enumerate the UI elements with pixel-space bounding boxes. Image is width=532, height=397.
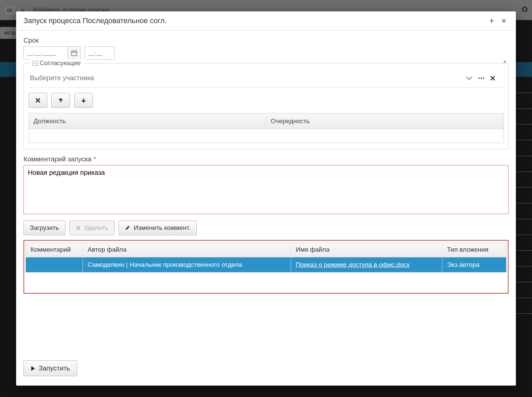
- x-icon: [76, 226, 81, 230]
- approvers-fieldset: − Согласующие *: [23, 63, 509, 149]
- approvers-grid: Должность Очередность: [29, 113, 503, 143]
- date-input[interactable]: [24, 47, 67, 59]
- modal-footer: Запустить: [16, 355, 516, 386]
- ellipsis-icon: [478, 77, 485, 80]
- file-table: Комментарий Автор файла Имя файла Тип вл…: [26, 242, 506, 272]
- approvers-grid-body: [29, 129, 503, 143]
- deadline-label: Срок: [23, 37, 509, 44]
- launch-button[interactable]: Запустить: [23, 360, 77, 376]
- edit-comment-button[interactable]: Изменить коммент.: [118, 220, 197, 235]
- modal-title: Запуск процесса Последовательное согл.: [23, 16, 484, 25]
- svg-point-1: [478, 78, 480, 79]
- remove-approver-button[interactable]: [29, 93, 47, 108]
- participant-input[interactable]: [30, 74, 466, 82]
- svg-rect-0: [71, 51, 77, 56]
- time-input-wrap: [85, 46, 115, 60]
- participant-select-row: [29, 71, 503, 88]
- participant-clear[interactable]: [490, 76, 502, 81]
- cell-type: Экз.автора: [442, 257, 506, 272]
- close-button[interactable]: [499, 16, 509, 26]
- file-table-row[interactable]: Самоделкин | Начальник производственного…: [26, 257, 506, 272]
- calendar-icon: [71, 50, 77, 56]
- move-up-button[interactable]: [51, 93, 70, 108]
- collapse-toggle[interactable]: −: [33, 61, 38, 66]
- chevron-down-icon: [466, 76, 473, 81]
- file-table-wrap: Комментарий Автор файла Имя файла Тип вл…: [23, 240, 509, 294]
- upload-button[interactable]: Загрузить: [23, 220, 65, 235]
- col-author: Автор файла: [83, 242, 291, 257]
- modal-body: Срок − Согласующие *: [16, 31, 516, 355]
- plus-icon: [489, 18, 494, 23]
- launch-comment-section: Комментарий запуска *: [23, 155, 509, 216]
- col-type: Тип вложения: [442, 242, 506, 257]
- calendar-button[interactable]: [67, 47, 80, 59]
- comment-label: Комментарий запуска *: [23, 155, 509, 163]
- cell-author: Самоделкин | Начальник производственного…: [83, 257, 291, 272]
- svg-point-3: [483, 78, 484, 79]
- arrow-down-icon: [81, 98, 86, 103]
- svg-point-2: [481, 78, 482, 79]
- date-input-wrap: [23, 46, 81, 60]
- col-position: Должность: [29, 113, 266, 129]
- file-buttons-row: Загрузить Удалить Изменить коммент.: [23, 220, 509, 235]
- approvers-legend-text: Согласующие: [40, 59, 81, 67]
- col-filename: Имя файла: [291, 242, 442, 257]
- cell-filename: Приказ о режиме доступа в офис.docx: [291, 257, 442, 272]
- launch-comment-textarea[interactable]: [23, 165, 509, 214]
- cell-comment: [26, 257, 83, 272]
- col-comment: Комментарий: [26, 242, 83, 257]
- x-icon: [490, 76, 495, 81]
- process-launch-modal: Запуск процесса Последовательное согл. С…: [16, 11, 516, 386]
- delete-button[interactable]: Удалить: [69, 220, 115, 235]
- col-order: Очередность: [266, 113, 503, 129]
- close-icon: [501, 18, 506, 23]
- file-link[interactable]: Приказ о режиме доступа в офис.docx: [296, 261, 410, 268]
- file-table-header: Комментарий Автор файла Имя файла Тип вл…: [26, 242, 506, 257]
- approvers-legend: − Согласующие: [30, 59, 84, 67]
- deadline-row: [23, 46, 509, 60]
- approvers-grid-header: Должность Очередность: [29, 113, 503, 129]
- reorder-buttons: [29, 93, 503, 108]
- arrow-up-icon: [58, 98, 63, 103]
- time-input[interactable]: [85, 47, 114, 59]
- modal-header: Запуск процесса Последовательное согл.: [16, 11, 516, 31]
- required-marker: *: [503, 59, 506, 67]
- participant-browse[interactable]: [478, 77, 490, 80]
- expand-button[interactable]: [487, 16, 496, 26]
- pencil-icon: [125, 225, 130, 231]
- participant-dropdown[interactable]: [466, 76, 478, 81]
- move-down-button[interactable]: [74, 93, 93, 108]
- x-icon: [35, 98, 41, 103]
- play-icon: [31, 366, 35, 371]
